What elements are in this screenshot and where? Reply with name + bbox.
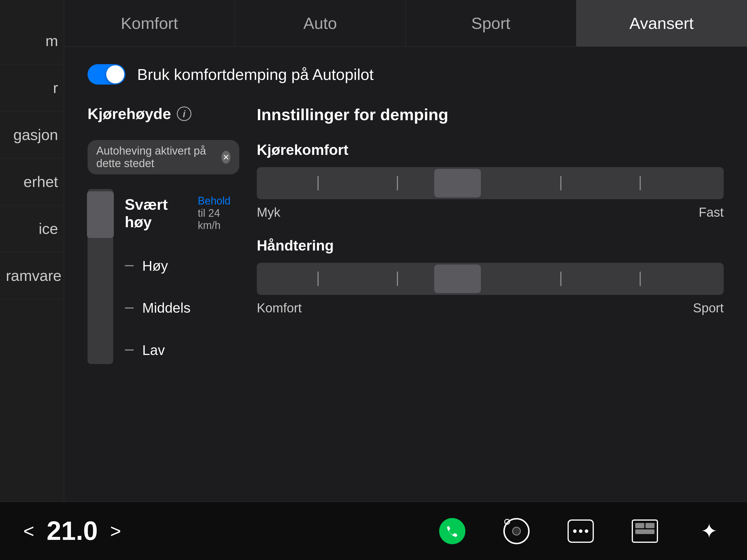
height-level-lav[interactable]: Lav bbox=[125, 342, 239, 358]
autoheving-close-button[interactable]: ✕ bbox=[222, 151, 231, 164]
level-name-lav: Lav bbox=[143, 342, 165, 358]
info-icon[interactable]: i bbox=[177, 106, 191, 121]
sidebar-item-ice[interactable]: ice bbox=[0, 205, 64, 252]
autopilot-toggle-label: Bruk komfortdemping på Autopilot bbox=[137, 65, 374, 83]
tab-avansert[interactable]: Avansert bbox=[576, 0, 747, 46]
tidal-button[interactable]: ✦ bbox=[694, 516, 724, 546]
tab-bar: Komfort Auto Sport Avansert bbox=[64, 0, 747, 47]
dot-2 bbox=[579, 529, 583, 533]
handling-slider-section: Håndtering Komfort Sport bbox=[257, 237, 724, 315]
sidebar-item-erhet[interactable]: erhet bbox=[0, 158, 64, 205]
tick-3 bbox=[560, 176, 561, 190]
comfort-slider-title: Kjørekomfort bbox=[257, 141, 724, 158]
tab-sport[interactable]: Sport bbox=[406, 0, 576, 46]
damping-title: Innstillinger for demping bbox=[257, 105, 724, 124]
height-slider-container: Svært høy Behold til 24 km/h Høy bbox=[87, 189, 239, 364]
height-title: Kjørehøyde i bbox=[87, 105, 191, 123]
height-thumb[interactable] bbox=[87, 191, 114, 238]
dashboard-grid bbox=[633, 521, 657, 542]
sidebar-item-m[interactable]: m bbox=[0, 18, 64, 64]
more-button[interactable] bbox=[566, 516, 595, 546]
level-name-hoy: Høy bbox=[143, 258, 168, 274]
sidebar-item-ramvare[interactable]: ramvare bbox=[0, 252, 64, 299]
tick-4 bbox=[640, 176, 641, 190]
dot-1 bbox=[573, 529, 576, 533]
handling-slider-labels: Komfort Sport bbox=[257, 301, 724, 315]
height-track[interactable] bbox=[87, 189, 113, 364]
settings-columns: Kjørehøyde i Autoheving aktivert på dett… bbox=[87, 105, 724, 364]
dash-cell-1 bbox=[635, 523, 644, 528]
dot-3 bbox=[585, 529, 588, 533]
level-sub-behold: Behold bbox=[198, 195, 239, 207]
settings-content: Bruk komfortdemping på Autopilot Kjørehø… bbox=[64, 47, 747, 381]
height-level-svaert-hoy[interactable]: Svært høy Behold til 24 km/h bbox=[125, 195, 239, 232]
toggle-knob bbox=[106, 65, 124, 83]
htick-2 bbox=[397, 271, 398, 286]
damping-section: Innstillinger for demping Kjørekomfort M… bbox=[257, 105, 724, 364]
tick-1 bbox=[317, 176, 319, 190]
bottom-bar: < 21.0 > bbox=[0, 502, 747, 560]
tidal-icon: ✦ bbox=[701, 519, 718, 543]
handling-left-label: Komfort bbox=[257, 301, 302, 315]
autopilot-toggle[interactable] bbox=[87, 64, 126, 85]
level-name-middels: Middels bbox=[143, 300, 190, 316]
temperature-control: < 21.0 > bbox=[23, 516, 121, 546]
level-sub2-speed: til 24 km/h bbox=[198, 207, 239, 232]
bottom-icons: ✦ bbox=[438, 516, 724, 546]
comfort-slider-section: Kjørekomfort Myk Fast bbox=[257, 141, 724, 220]
phone-button[interactable] bbox=[438, 516, 467, 546]
comfort-left-label: Myk bbox=[257, 205, 280, 220]
comfort-slider-thumb[interactable] bbox=[434, 169, 481, 197]
dashboard-button[interactable] bbox=[630, 516, 660, 546]
tab-auto[interactable]: Auto bbox=[235, 0, 406, 46]
sidebar: m r gasjon erhet ice ramvare bbox=[0, 0, 64, 502]
camera-icon bbox=[504, 518, 530, 544]
level-dash-middels bbox=[125, 308, 134, 309]
main-content: Komfort Auto Sport Avansert Bruk komfort… bbox=[64, 0, 747, 502]
htick-4 bbox=[640, 271, 641, 286]
sidebar-item-gasjon[interactable]: gasjon bbox=[0, 111, 64, 158]
comfort-right-label: Fast bbox=[699, 205, 724, 220]
height-levels: Svært høy Behold til 24 km/h Høy bbox=[125, 189, 239, 364]
htick-1 bbox=[317, 271, 319, 286]
handling-right-label: Sport bbox=[693, 301, 724, 315]
temperature-display: 21.0 bbox=[43, 516, 101, 546]
height-level-hoy[interactable]: Høy bbox=[125, 258, 239, 274]
handling-slider-thumb[interactable] bbox=[434, 265, 481, 293]
dashboard-icon bbox=[632, 519, 658, 543]
htick-3 bbox=[560, 271, 561, 286]
level-dash-hoy bbox=[125, 265, 134, 266]
height-level-middels[interactable]: Middels bbox=[125, 300, 239, 316]
tick-2 bbox=[397, 176, 398, 190]
autoheving-badge: Autoheving aktivert på dette stedet ✕ bbox=[87, 140, 239, 175]
temp-increase-button[interactable]: > bbox=[110, 520, 121, 542]
dots-icon bbox=[568, 519, 594, 543]
comfort-slider-labels: Myk Fast bbox=[257, 205, 724, 220]
level-name-svaert-hoy: Svært høy bbox=[125, 196, 189, 231]
handling-slider-track[interactable] bbox=[257, 263, 724, 295]
phone-icon bbox=[439, 518, 465, 544]
tab-komfort[interactable]: Komfort bbox=[64, 0, 235, 46]
height-section: Kjørehøyde i Autoheving aktivert på dett… bbox=[87, 105, 239, 364]
camera-button[interactable] bbox=[502, 516, 531, 546]
dash-cell-2 bbox=[645, 523, 654, 528]
sidebar-item-r[interactable]: r bbox=[0, 64, 64, 111]
autopilot-toggle-row: Bruk komfortdemping på Autopilot bbox=[87, 64, 724, 85]
comfort-slider-track[interactable] bbox=[257, 167, 724, 199]
height-header: Kjørehøyde i bbox=[87, 105, 239, 134]
camera-lens bbox=[512, 527, 521, 535]
level-dash-lav bbox=[125, 349, 134, 351]
temp-decrease-button[interactable]: < bbox=[23, 520, 34, 542]
autoheving-label: Autoheving aktivert på dette stedet bbox=[96, 145, 216, 170]
handling-slider-title: Håndtering bbox=[257, 237, 724, 254]
